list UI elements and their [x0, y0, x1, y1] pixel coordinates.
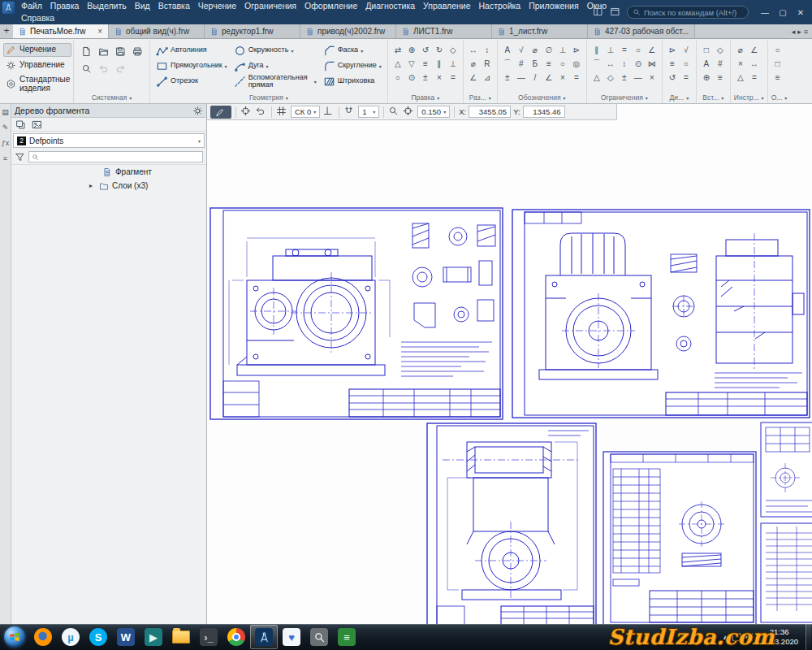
tool-icon[interactable]: = — [447, 71, 460, 84]
tool-fillet[interactable]: Скругление▾ — [322, 58, 383, 73]
tool-icon[interactable]: √ — [680, 43, 693, 56]
menu-item[interactable]: Оформление — [300, 0, 361, 12]
tool-icon[interactable]: ≡ — [714, 71, 727, 84]
tool-icon[interactable]: ↻ — [433, 43, 446, 56]
coordinate-system-select[interactable]: СК 0▾ — [291, 106, 320, 118]
tool-icon[interactable]: ⊳ — [570, 43, 583, 56]
tool-icon[interactable]: △ — [391, 57, 404, 70]
tool-icon[interactable]: = — [618, 43, 631, 56]
tool-icon[interactable]: A — [700, 57, 713, 70]
firefox-icon[interactable] — [29, 625, 57, 649]
tool-chamfer[interactable]: Фаска▾ — [322, 43, 383, 58]
tool-icon[interactable]: × — [734, 57, 747, 70]
tool-icon[interactable]: ⌒ — [590, 57, 603, 70]
tool-icon[interactable]: ⊥ — [556, 43, 569, 56]
tool-rectangle[interactable]: Прямоугольник▾ — [154, 58, 229, 73]
document-tab[interactable]: ПечатьМое.frw× — [13, 24, 109, 38]
tool-icon[interactable]: ⌀ — [529, 43, 542, 56]
category-drawing[interactable]: Черчение — [3, 43, 71, 57]
menu-item[interactable]: Настройка — [474, 0, 525, 12]
window-layout-icon[interactable] — [593, 6, 605, 19]
tool-icon[interactable]: ≡ — [666, 57, 679, 70]
zoom-tool-icon[interactable] — [388, 106, 400, 118]
tool-icon[interactable]: A — [501, 43, 514, 56]
tool-icon[interactable]: ⊕ — [405, 43, 418, 56]
tree-settings-gear-icon[interactable] — [192, 106, 203, 116]
document-tab[interactable]: ЛИСТ1.frw — [396, 24, 492, 38]
menu-item[interactable]: Файл — [17, 0, 46, 12]
snap-settings-icon[interactable] — [343, 106, 356, 118]
menu-item[interactable]: Управление — [419, 0, 474, 12]
scale-field[interactable]: 1▾ — [358, 106, 379, 118]
tool-icon[interactable]: ± — [419, 71, 432, 84]
skype-icon[interactable]: S — [84, 625, 112, 649]
menu-item[interactable]: Вид — [131, 0, 154, 12]
redo-button[interactable] — [112, 60, 128, 76]
document-tab[interactable]: 427-03 рабочая обст... — [588, 24, 695, 38]
tool-icon[interactable]: ⌀ — [734, 43, 747, 56]
rounding-step-field[interactable]: 0.150▾ — [417, 106, 450, 118]
cursor-target-icon[interactable] — [403, 106, 415, 118]
tool-icon[interactable]: ⇄ — [391, 43, 404, 56]
tool-icon[interactable]: ◇ — [714, 43, 727, 56]
tool-icon[interactable]: ⊥ — [604, 43, 617, 56]
show-desktop-button[interactable] — [806, 624, 811, 650]
current-layer-select[interactable]: 2 Defpoints ▾ — [13, 133, 205, 148]
tool-icon[interactable]: ⊙ — [405, 71, 418, 84]
tool-icon[interactable]: □ — [700, 43, 713, 56]
tool-icon[interactable]: = — [570, 71, 583, 84]
style-pen-button[interactable]: ▾ — [210, 106, 231, 119]
tool-icon[interactable]: ↺ — [666, 71, 679, 84]
preview-pane-icon[interactable] — [32, 119, 42, 130]
tree-view-icon[interactable] — [15, 119, 26, 130]
new-document-button[interactable] — [78, 43, 94, 59]
minimize-button[interactable]: — — [757, 5, 773, 20]
tool-icon[interactable]: ▽ — [405, 57, 418, 70]
tree-node[interactable]: ▸Слои (x3) — [11, 179, 206, 193]
tool-icon[interactable]: ⊿ — [481, 71, 494, 84]
tool-icon[interactable]: Б — [529, 57, 542, 70]
close-button[interactable]: ✕ — [793, 5, 809, 20]
system-clock[interactable]: 21:36 11.03.2020 — [757, 627, 801, 647]
kompas-icon[interactable] — [250, 625, 278, 649]
tool-icon[interactable]: / — [529, 71, 542, 84]
menu-item[interactable]: Справка — [17, 12, 58, 24]
tool-circle[interactable]: Окружность▾ — [232, 43, 318, 58]
tool-autoline[interactable]: Автолиния — [154, 43, 229, 58]
print-button[interactable] — [129, 43, 145, 59]
save-button[interactable] — [112, 43, 128, 59]
tool-icon[interactable]: ○ — [771, 43, 784, 56]
tool-construction-line[interactable]: Вспомогательная прямая▾ — [232, 74, 318, 89]
tool-icon[interactable]: △ — [590, 71, 603, 84]
open-folder-button[interactable] — [95, 43, 111, 59]
ortho-mode-icon[interactable] — [322, 106, 335, 118]
tool-icon[interactable]: = — [748, 71, 761, 84]
drawing-canvas[interactable]: ▾ СК 0▾ 1▾ 0.150▾ X: 3455.05 Y: 1345.46 — [207, 104, 812, 624]
x-coordinate-field[interactable]: 3455.05 — [469, 106, 511, 118]
tool-icon[interactable]: √ — [515, 43, 528, 56]
document-tab[interactable]: редуктор1.frw — [205, 24, 300, 38]
tool-icon[interactable]: ∠ — [542, 71, 555, 84]
tool-icon[interactable]: ◇ — [604, 71, 617, 84]
tool-icon[interactable]: ⌀ — [467, 57, 480, 70]
heart-app-icon[interactable]: ♥ — [278, 625, 305, 649]
tool-icon[interactable]: ∅ — [542, 43, 555, 56]
tool-icon[interactable]: ∠ — [467, 71, 480, 84]
tray-expand-icon[interactable]: ▲ — [722, 634, 728, 641]
panel-menu-icon[interactable]: ≡ — [3, 154, 7, 162]
console-app-icon[interactable]: ›_ — [195, 625, 222, 649]
panel-fx-icon[interactable]: ƒx — [2, 139, 10, 147]
document-tab[interactable]: 1_лист.frw — [492, 24, 588, 38]
preview-button[interactable] — [78, 60, 94, 76]
tool-icon[interactable]: × — [646, 71, 659, 84]
menu-item[interactable]: Выделить — [83, 0, 130, 12]
tool-icon[interactable]: ± — [501, 71, 514, 84]
menu-item[interactable]: Правка — [46, 0, 83, 12]
tool-icon[interactable]: ↺ — [419, 43, 432, 56]
menu-item[interactable]: Ограничения — [240, 0, 300, 12]
tree-search-input[interactable] — [41, 153, 200, 161]
tree-node[interactable]: Фрагмент — [11, 165, 206, 179]
y-coordinate-field[interactable]: 1345.46 — [523, 106, 565, 118]
scroll-tabs-right-icon[interactable]: ▸ — [797, 28, 801, 36]
tool-icon[interactable]: ≡ — [771, 71, 784, 84]
